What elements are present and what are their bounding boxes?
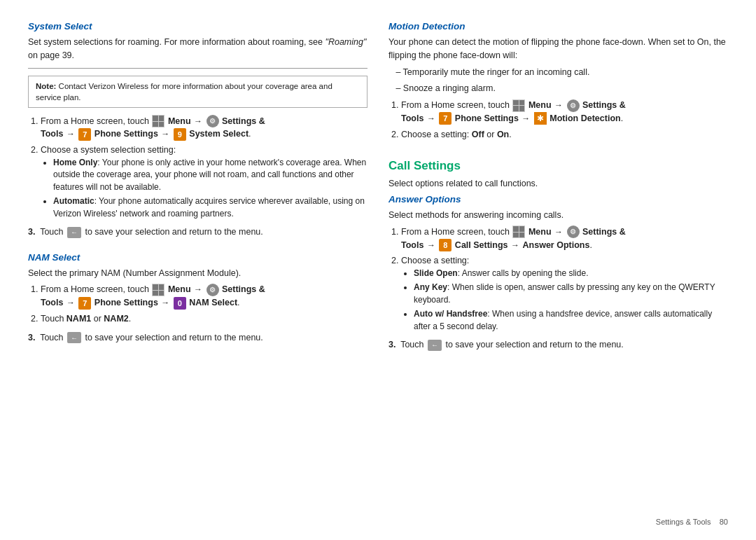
left-column: System Select Set system selections for … bbox=[28, 21, 368, 519]
system-select-title: System Select bbox=[28, 21, 368, 32]
system-select-section: System Select Set system selections for … bbox=[28, 21, 368, 242]
arrow-8: → bbox=[427, 113, 435, 123]
settings-icon: ⚙ bbox=[206, 115, 219, 127]
step-1: From a Home screen, touch Menu → ⚙ Setti… bbox=[41, 115, 368, 141]
nam-select-steps: From a Home screen, touch Menu → ⚙ Setti… bbox=[41, 283, 368, 325]
answer-options-section: Answer Options Select methods for answer… bbox=[388, 194, 728, 352]
answer-step-1: From a Home screen, touch Menu → ⚙ Setti… bbox=[401, 226, 728, 252]
any-key-bullet: Any Key: When slide is open, answer call… bbox=[414, 282, 728, 306]
call-settings-section: Call Settings Select options related to … bbox=[388, 156, 728, 361]
answer-step-2: Choose a setting: Slide Open: Answer cal… bbox=[401, 254, 728, 333]
motion-detection-title: Motion Detection bbox=[388, 21, 728, 32]
step-2: Choose a system selection setting: Home … bbox=[41, 144, 368, 220]
menu-icon-3 bbox=[512, 99, 525, 112]
arrow-5: → bbox=[66, 298, 75, 307]
settings-label-2: Settings & bbox=[222, 284, 265, 294]
arrow-9: → bbox=[522, 113, 530, 123]
answer-options-bullets: Slide Open: Answer calls by opening the … bbox=[414, 268, 728, 333]
num-7-icon: 7 bbox=[78, 128, 91, 141]
settings-icon-2: ⚙ bbox=[206, 284, 219, 296]
motion-detection-section: Motion Detection Your phone can detect t… bbox=[388, 21, 728, 146]
star-icon: ✱ bbox=[534, 112, 547, 125]
note-label: Note: bbox=[36, 82, 56, 90]
call-settings-title: Call Settings bbox=[388, 159, 728, 173]
nam-select-section: NAM Select Select the primary NAM (Numbe… bbox=[28, 252, 368, 348]
back-icon-3: ← bbox=[428, 340, 442, 351]
nam-step-1: From a Home screen, touch Menu → ⚙ Setti… bbox=[41, 283, 368, 310]
right-column: Motion Detection Your phone can detect t… bbox=[388, 21, 728, 519]
num-7-icon-2: 7 bbox=[78, 297, 91, 310]
answer-options-steps: From a Home screen, touch Menu → ⚙ Setti… bbox=[401, 226, 728, 333]
settings-icon-3: ⚙ bbox=[567, 99, 580, 112]
footer-text: Settings & Tools bbox=[656, 518, 711, 526]
phone-settings-label-3: Phone Settings bbox=[455, 113, 519, 123]
settings-label: Settings & bbox=[222, 116, 265, 126]
tools-label-3: Tools bbox=[401, 113, 424, 123]
back-icon-2: ← bbox=[67, 332, 81, 343]
tools-label-2: Tools bbox=[41, 298, 63, 307]
num-8-icon: 8 bbox=[439, 239, 451, 251]
note-text: Contact Verizon Wireless for more inform… bbox=[36, 82, 332, 102]
motion-bullet-2: – Snooze a ringing alarm. bbox=[388, 82, 728, 95]
motion-steps: From a Home screen, touch Menu → ⚙ Setti… bbox=[401, 99, 728, 141]
system-select-label: System Select bbox=[189, 129, 248, 139]
automatic-bullet: Automatic: Your phone automatically acqu… bbox=[53, 195, 368, 220]
arrow-11: → bbox=[427, 240, 435, 250]
note-box: Note: Contact Verizon Wireless for more … bbox=[28, 76, 368, 108]
home-only-bullet: Home Only: Your phone is only active in … bbox=[53, 157, 368, 193]
arrow-6: → bbox=[161, 298, 169, 307]
tools-label-4: Tools bbox=[401, 240, 424, 250]
nam-select-description: Select the primary NAM (Number Assignmen… bbox=[28, 267, 368, 280]
num-9-icon: 9 bbox=[174, 128, 186, 141]
back-icon-1: ← bbox=[67, 227, 81, 238]
roaming-link: "Roaming" bbox=[326, 37, 367, 47]
num-0-icon: 0 bbox=[174, 297, 186, 310]
menu-label-3: Menu bbox=[528, 100, 552, 110]
answer-options-description: Select methods for answering incoming ca… bbox=[388, 209, 728, 222]
arrow-2: → bbox=[66, 129, 75, 139]
answer-options-title: Answer Options bbox=[388, 194, 728, 205]
system-select-description: Set system selections for roaming. For m… bbox=[28, 36, 368, 62]
step-3-answer: 3. Touch ← to save your selection and re… bbox=[388, 338, 728, 352]
phone-settings-label: Phone Settings bbox=[94, 129, 158, 139]
settings-icon-4: ⚙ bbox=[567, 226, 580, 238]
step-3-system: 3. Touch ← to save your selection and re… bbox=[28, 226, 368, 239]
nam-step-2: Touch NAM1 or NAM2. bbox=[41, 312, 368, 326]
footer-page: 80 bbox=[720, 518, 728, 526]
menu-icon bbox=[152, 115, 164, 127]
step-3-nam: 3. Touch ← to save your selection and re… bbox=[28, 331, 368, 345]
nam-select-title: NAM Select bbox=[28, 252, 368, 263]
nam-select-label: NAM Select bbox=[189, 298, 237, 307]
motion-detection-description: Your phone can detect the motion of flip… bbox=[388, 36, 728, 62]
page-footer: Settings & Tools 80 bbox=[656, 518, 728, 526]
arrow-1: → bbox=[194, 116, 202, 126]
system-select-steps: From a Home screen, touch Menu → ⚙ Setti… bbox=[41, 115, 368, 220]
phone-settings-label-2: Phone Settings bbox=[94, 298, 158, 307]
menu-label-2: Menu bbox=[168, 284, 191, 294]
arrow-4: → bbox=[194, 284, 202, 294]
motion-step-1: From a Home screen, touch Menu → ⚙ Setti… bbox=[401, 99, 728, 125]
settings-label-4: Settings & bbox=[582, 227, 626, 237]
arrow-3: → bbox=[161, 129, 169, 139]
slide-open-bullet: Slide Open: Answer calls by opening the … bbox=[414, 268, 728, 279]
settings-label-3: Settings & bbox=[582, 100, 626, 110]
menu-label: Menu bbox=[168, 116, 191, 126]
motion-detection-label: Motion Detection bbox=[550, 113, 620, 123]
motion-step-2: Choose a setting: Off or On. bbox=[401, 128, 728, 141]
motion-bullet-1: – Temporarily mute the ringer for an inc… bbox=[388, 66, 728, 79]
menu-icon-2 bbox=[152, 284, 164, 296]
system-select-bullets: Home Only: Your phone is only active in … bbox=[53, 157, 368, 220]
arrow-12: → bbox=[511, 240, 519, 250]
call-settings-description: Select options related to call functions… bbox=[388, 177, 728, 191]
step2-text: Choose a system selection setting: bbox=[41, 145, 176, 155]
divider bbox=[28, 68, 368, 69]
arrow-10: → bbox=[554, 227, 563, 237]
page: System Select Set system selections for … bbox=[0, 0, 756, 540]
menu-icon-4 bbox=[512, 226, 525, 238]
auto-handsfree-bullet: Auto w/ Handsfree: When using a handsfre… bbox=[414, 308, 728, 333]
menu-label-4: Menu bbox=[528, 227, 552, 237]
num-7-icon-3: 7 bbox=[439, 112, 451, 125]
answer-options-label: Answer Options bbox=[523, 240, 590, 250]
call-settings-label: Call Settings bbox=[455, 240, 508, 250]
tools-label: Tools bbox=[41, 129, 63, 139]
